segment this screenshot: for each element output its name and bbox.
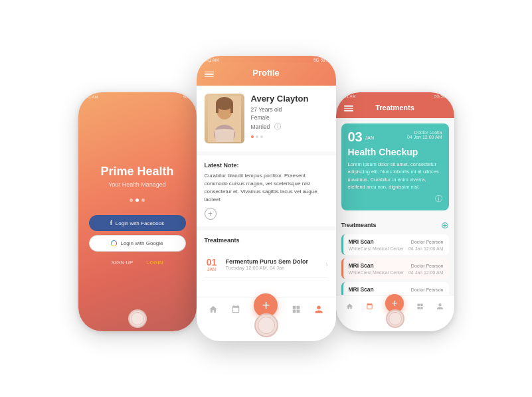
treatments-label: Treatmeants xyxy=(205,237,240,244)
hamburger-menu[interactable] xyxy=(205,71,214,77)
google-icon xyxy=(111,240,117,246)
card-title: Health Checkup xyxy=(348,147,442,157)
card-day: 03 xyxy=(348,130,363,144)
user-gender: Female xyxy=(251,114,328,121)
nav-person-icon[interactable] xyxy=(314,305,323,314)
right-hamburger-menu[interactable] xyxy=(344,106,353,112)
svg-rect-4 xyxy=(230,104,233,113)
home-button-right[interactable] xyxy=(386,309,404,328)
user-name: Avery Clayton xyxy=(251,94,328,104)
login-links: SIGN UP LOGIN xyxy=(111,260,163,266)
dot-3 xyxy=(141,198,145,202)
right-treatment-item-3[interactable]: MRI Scan Doctor Pearson WhiteCrest Medic… xyxy=(341,282,449,295)
right-treatment-item-1[interactable]: MRI Scan Doctor Pearson WhiteCrest Medic… xyxy=(341,234,449,255)
treatments-main-header: Treatments xyxy=(336,98,454,118)
profile-screen: 9:41 AM 5G 58% Profile xyxy=(197,56,336,341)
treatment-date: 01 JAN xyxy=(205,258,219,272)
right-nav-home[interactable] xyxy=(346,303,353,310)
treatments-header-row: Treatmeants xyxy=(205,237,328,247)
right-treatment-item-2[interactable]: MRI Scan Doctor Pearson WhiteCrest Medic… xyxy=(341,258,449,279)
treatment-info: Fermentum Purus Sem Dolor Tuesday 12:00 … xyxy=(226,258,326,271)
card-doctor-info: Doctor Looka 04 Jan 12:00 AM xyxy=(377,130,442,139)
card-info-icon: ⓘ xyxy=(348,194,442,204)
nav-home-icon[interactable] xyxy=(209,305,218,314)
phones-container: 9:41 AM 58% Prime Health Your Health Man… xyxy=(0,0,532,397)
user-status: Married ⓘ xyxy=(251,122,328,131)
note-label: Latest Note: xyxy=(205,162,328,169)
profile-dots xyxy=(251,135,328,138)
treatments-screen-right: 9:41 AM 5G 58% Treatments 0 xyxy=(336,92,454,331)
signup-link[interactable]: SIGN UP xyxy=(111,260,133,266)
google-login-button[interactable]: Login with Google xyxy=(89,235,186,252)
phone-right: 9:41 AM 5G 58% Treatments 0 xyxy=(336,92,454,331)
right-treatments-list: Treatmeants ⊕ MRI Scan Doctor Pearson Wh… xyxy=(336,216,454,295)
latest-note-section: Latest Note: Curabitur blandit tempus po… xyxy=(197,155,336,226)
facebook-icon: f xyxy=(110,220,112,226)
info-icon: ⓘ xyxy=(274,123,281,130)
app-title: Prime Health xyxy=(100,165,173,179)
dot-2 xyxy=(135,198,139,202)
treatment-list-item[interactable]: 01 JAN Fermentum Purus Sem Dolor Tuesday… xyxy=(205,252,328,278)
home-button-center[interactable] xyxy=(254,313,278,337)
home-button-left[interactable] xyxy=(128,309,147,328)
health-checkup-card[interactable]: 03 JAN Doctor Looka 04 Jan 12:00 AM Heal… xyxy=(341,123,449,210)
note-text: Curabitur blandit tempus porttitor. Prae… xyxy=(205,172,328,204)
avatar xyxy=(205,94,244,143)
phone-center: 9:41 AM 5G 58% Profile xyxy=(197,56,336,341)
avatar-image xyxy=(208,96,241,142)
profile-info: Avery Clayton 27 Years old Female Marrie… xyxy=(197,86,336,151)
login-link[interactable]: LOGIN xyxy=(146,260,163,266)
profile-title: Profile xyxy=(252,68,279,78)
card-description: Lorem ipsum dolor sit amet, consectetur … xyxy=(348,161,442,191)
card-date-row: 03 JAN Doctor Looka 04 Jan 12:00 AM xyxy=(348,130,442,144)
status-bar-left: 9:41 AM 58% xyxy=(78,92,197,99)
treatments-list-header: Treatmeants ⊕ xyxy=(341,220,449,230)
page-dots xyxy=(130,198,145,202)
treatment-arrow-icon: › xyxy=(325,261,327,268)
right-nav-grid[interactable] xyxy=(416,303,424,310)
right-nav-calendar[interactable] xyxy=(366,303,373,310)
profile-details: Avery Clayton 27 Years old Female Marrie… xyxy=(251,94,328,143)
profile-header: Profile xyxy=(197,62,336,86)
right-nav-person[interactable] xyxy=(436,303,444,310)
center-status-right: 5G 58% xyxy=(313,58,329,62)
svg-rect-3 xyxy=(216,104,219,113)
card-month: JAN xyxy=(365,130,374,142)
add-note-button[interactable]: + xyxy=(205,208,217,220)
right-treatments-label: Treatmeants xyxy=(341,222,377,228)
nav-grid-icon[interactable] xyxy=(292,305,301,314)
user-age: 27 Years old xyxy=(251,106,328,113)
treatments-section: Treatmeants 01 JAN Fermentum Purus Sem D… xyxy=(197,230,336,297)
facebook-login-button[interactable]: f Login with Facebook xyxy=(89,215,186,231)
add-treatment-icon[interactable]: ⊕ xyxy=(441,220,449,230)
nav-calendar-icon[interactable] xyxy=(231,305,240,314)
treatments-screen-title: Treatments xyxy=(375,104,414,112)
app-subtitle: Your Health Managed xyxy=(108,181,166,188)
phone-left: 9:41 AM 58% Prime Health Your Health Man… xyxy=(78,92,197,331)
login-screen: 9:41 AM 58% Prime Health Your Health Man… xyxy=(78,92,197,331)
center-status-time: 9:41 AM xyxy=(203,58,219,62)
dot-1 xyxy=(130,198,133,202)
